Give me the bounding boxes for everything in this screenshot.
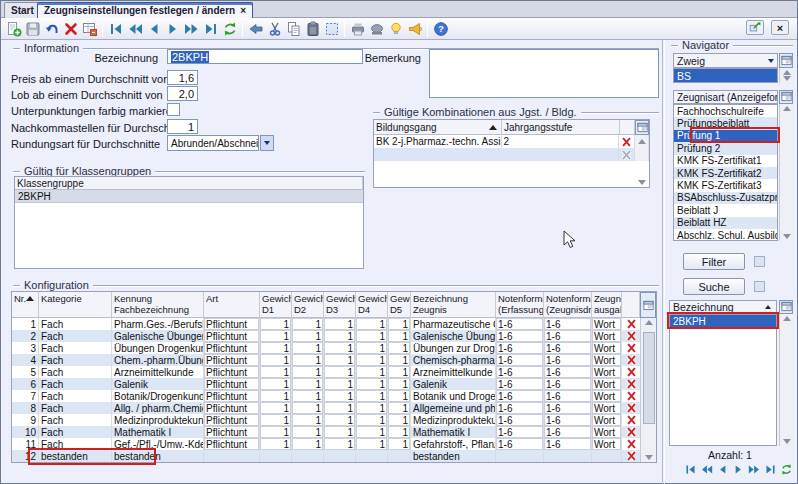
first-icon[interactable]	[106, 20, 125, 38]
empty-selected-row[interactable]	[374, 148, 649, 161]
first-record-icon[interactable]	[683, 462, 697, 476]
table-row[interactable]: 8FachAllg. / pharm.ChemiePflichtunt11111…	[12, 402, 656, 414]
column-header[interactable]: Notenformat(Erfassung)	[496, 292, 544, 318]
sidebar-item-zeugnisart[interactable]: Prüfungsbeiblatt	[674, 117, 777, 129]
column-header[interactable]: GewichtD2	[292, 292, 324, 318]
table-row[interactable]: 12bestandenbestandenbestanden	[12, 450, 656, 462]
table-row[interactable]: 6FachGalenikPflichtunt11111Galenik1-61-6…	[12, 378, 656, 390]
nachkommastellen-input[interactable]: 1	[167, 119, 198, 134]
table-row[interactable]: 5FachArzneimittelkundePflichtunt11111Arz…	[12, 366, 656, 378]
bezeichnung-column-chooser-button[interactable]	[779, 300, 793, 314]
column-header[interactable]: KennungFachbezeichnung	[112, 292, 204, 318]
previous-icon[interactable]	[144, 20, 163, 38]
last-icon[interactable]	[201, 20, 220, 38]
delete-row-button[interactable]	[622, 330, 640, 342]
column-header-jahrgangsstufe[interactable]: Jahrgangsstufe	[502, 120, 620, 135]
back-icon[interactable]	[246, 20, 265, 38]
table-row[interactable]: BK 2-j.Pharmaz.-techn. Assistenten2	[374, 135, 649, 148]
scroll-down-button[interactable]	[635, 180, 648, 185]
sidebar-item-zeugnisart[interactable]: Prüfung 2	[674, 142, 777, 154]
fast-forward-icon[interactable]	[182, 20, 201, 38]
rundungsart-dropdown-button[interactable]	[260, 135, 274, 151]
suche-button[interactable]: Suche	[683, 278, 745, 295]
new-record-icon[interactable]	[4, 20, 23, 38]
delete-row-button[interactable]	[622, 450, 640, 462]
sidebar-item-zeugnisart[interactable]: Fachhochschulreife	[674, 105, 777, 117]
undo-icon[interactable]	[42, 20, 61, 38]
list-item[interactable]: 2BKPH	[15, 190, 363, 203]
next-record-icon[interactable]	[731, 462, 745, 476]
scroll-up-button[interactable]	[635, 135, 649, 148]
sidebar-item-zeugnisart[interactable]: Abschlz. Schul. Ausbildg.	[674, 229, 777, 241]
copy-icon[interactable]	[284, 20, 303, 38]
bezeichnung-input[interactable]: 2BKPH	[167, 49, 363, 64]
delete-icon[interactable]	[61, 20, 80, 38]
delete-row-button[interactable]	[622, 318, 640, 330]
column-header-bildungsgang[interactable]: Bildungsgang	[374, 120, 502, 135]
column-header[interactable]: GewichtD1	[260, 292, 292, 318]
zweig-selected-item[interactable]: BS	[673, 68, 778, 83]
delete-row-button[interactable]	[622, 378, 640, 390]
scrollbar-thumb[interactable]	[643, 332, 655, 424]
delete-row-button[interactable]	[622, 414, 640, 426]
table-row[interactable]: 9FachMedizinproduktekundePflichtunt11111…	[12, 414, 656, 426]
announce-icon[interactable]	[405, 20, 424, 38]
zeugnisart-scrollbar[interactable]	[779, 104, 793, 241]
column-header[interactable]: BezeichnungZeugnis	[411, 292, 496, 318]
suche-checkbox[interactable]	[754, 281, 765, 292]
last-record-icon[interactable]	[763, 462, 777, 476]
help-icon[interactable]: ?	[431, 20, 450, 38]
sidebar-item-zeugnisart[interactable]: KMK FS-Zertifikat3	[674, 179, 777, 191]
stamp-icon[interactable]	[367, 20, 386, 38]
filter-button[interactable]: Filter	[683, 253, 745, 270]
kombinationen-column-chooser-button[interactable]	[635, 120, 649, 135]
select-icon[interactable]	[322, 20, 341, 38]
table-row[interactable]: 2FachGalenische ÜbungenPflichtunt11111Ga…	[12, 330, 656, 342]
preis-input[interactable]: 1,6	[167, 70, 198, 85]
fast-forward-record-icon[interactable]	[747, 462, 761, 476]
konfiguration-column-chooser-button[interactable]	[640, 292, 656, 318]
cut-icon[interactable]	[265, 20, 284, 38]
refresh-record-icon[interactable]	[779, 462, 793, 476]
close-icon[interactable]: ×	[240, 5, 246, 16]
column-header-klassengruppe[interactable]: Klassengruppe	[15, 177, 363, 190]
table-row[interactable]: 7FachBotanik/DrogenkundePflichtunt11111B…	[12, 390, 656, 402]
zeugnisart-header[interactable]: Zeugnisart (Anzeigeform)	[673, 90, 778, 104]
splitter[interactable]	[662, 40, 665, 484]
bezeichnung-scrollbar[interactable]	[779, 314, 793, 446]
paste-icon[interactable]	[303, 20, 322, 38]
sidebar-item-zeugnisart[interactable]: KMK FS-Zertifikat1	[674, 155, 777, 167]
delete-row-button[interactable]	[622, 342, 640, 354]
save-icon[interactable]	[23, 20, 42, 38]
lob-input[interactable]: 2,0	[167, 86, 198, 101]
fast-back-record-icon[interactable]	[699, 462, 713, 476]
konfiguration-scrollbar[interactable]	[640, 318, 656, 462]
column-header[interactable]: Kategorie	[39, 292, 112, 318]
zweig-header[interactable]: Zweig	[673, 53, 778, 68]
tab-zeugniseinstellungen[interactable]: Zeugniseinstellungen festlegen / ändern …	[37, 2, 253, 18]
hint-icon[interactable]	[386, 20, 405, 38]
refresh-icon[interactable]	[220, 20, 239, 38]
delete-row-button[interactable]	[622, 438, 640, 450]
sidebar-item-zeugnisart[interactable]: Beiblatt J	[674, 204, 777, 216]
detach-window-button[interactable]	[746, 20, 764, 35]
sidebar-item-zeugnisart[interactable]: BSAbschluss-Zusatzprüfung	[674, 192, 777, 204]
bemerkung-textarea[interactable]	[429, 49, 659, 98]
table-row[interactable]: 11FachGef.-/Pfl.-/Umw.-Kde.Pflichtunt111…	[12, 438, 656, 450]
delete-row-button[interactable]	[622, 354, 640, 366]
column-header[interactable]: Zeugnis-ausgabe	[592, 292, 622, 318]
unterpunktungen-checkbox[interactable]	[167, 103, 180, 116]
zweig-column-chooser-button[interactable]	[779, 53, 793, 68]
previous-record-icon[interactable]	[715, 462, 729, 476]
column-header[interactable]: GewichtD4	[356, 292, 388, 318]
sidebar-item-bezeichnung[interactable]: 2BKPH	[670, 315, 776, 328]
close-panel-button[interactable]: ×	[771, 20, 789, 35]
next-icon[interactable]	[163, 20, 182, 38]
table-row[interactable]: 1FachPharm.Ges.-/Berufskde.Pflichtunt111…	[12, 318, 656, 330]
sidebar-item-zeugnisart[interactable]: KMK FS-Zertifikat2	[674, 167, 777, 179]
filter-checkbox[interactable]	[754, 256, 765, 267]
zeugnisart-column-chooser-button[interactable]	[779, 90, 793, 104]
delete-row-button[interactable]	[622, 426, 640, 438]
edit-form-icon[interactable]	[80, 20, 99, 38]
column-header[interactable]: Notenformat(Zeugnisdruck)	[544, 292, 592, 318]
